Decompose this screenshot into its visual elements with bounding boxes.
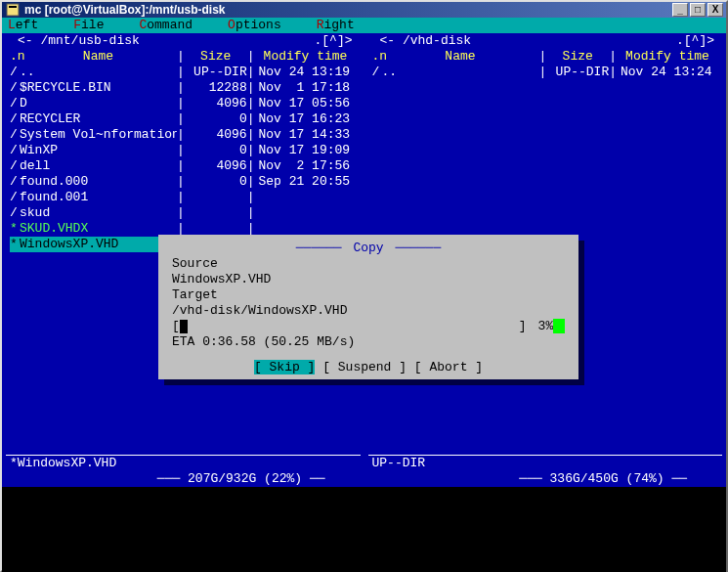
- left-panel-selector: .[^]>: [314, 33, 352, 49]
- right-panel-selector: .[^]>: [676, 33, 714, 49]
- suspend-button[interactable]: [ Suspend ]: [322, 360, 407, 374]
- file-row[interactable]: /dell|4096|Nov 2 17:56: [10, 158, 357, 174]
- dialog-source: WindowsXP.VHD: [172, 272, 565, 287]
- progress-bar: [] 3%.: [172, 319, 565, 334]
- dialog-title: ────── Copy ──────: [172, 241, 565, 256]
- left-panel-path[interactable]: <- /mnt/usb-disk: [14, 33, 144, 49]
- progress-percent: 3%: [538, 319, 554, 333]
- progress-fill: [180, 320, 188, 333]
- file-row[interactable]: /..|UP--DIR|Nov 24 13:19: [10, 65, 357, 80]
- dialog-eta: ETA 0:36.58 (50.25 MB/s): [172, 334, 565, 350]
- menu-options[interactable]: Options: [228, 18, 281, 33]
- file-row[interactable]: /RECYCLER|0|Nov 17 16:23: [10, 111, 357, 127]
- dialog-source-label: Source: [172, 256, 565, 272]
- file-row[interactable]: /D|4096|Nov 17 05:56: [10, 96, 357, 111]
- menubar: Left File Command Options Right: [2, 18, 726, 33]
- copy-dialog: ────── Copy ────── Source WindowsXP.VHD …: [158, 235, 578, 379]
- file-row[interactable]: /skud||: [10, 205, 357, 221]
- file-row[interactable]: /..|UP--DIR|Nov 24 13:24: [372, 65, 719, 80]
- left-panel-disk-usage: ─── 207G/932G (22%) ──: [2, 471, 364, 487]
- svg-rect-1: [9, 6, 17, 8]
- skip-button[interactable]: [ Skip ]: [254, 360, 315, 374]
- titlebar: mc [root@VirtualBox]:/mnt/usb-disk _ □ X: [2, 2, 726, 18]
- close-button[interactable]: X: [707, 3, 723, 17]
- left-panel-selected-file: *WindowsXP.VHD: [10, 456, 116, 471]
- file-row[interactable]: /WinXP|0|Nov 17 19:09: [10, 143, 357, 158]
- menu-right[interactable]: Right: [317, 18, 355, 33]
- terminal: Left File Command Options Right <- /mnt/…: [2, 18, 726, 572]
- minimize-button[interactable]: _: [672, 3, 688, 17]
- right-panel-path[interactable]: <- /vhd-disk: [376, 33, 476, 49]
- app-icon: [5, 2, 21, 18]
- right-panel-selected-file: UP--DIR: [372, 456, 426, 471]
- file-row[interactable]: /$RECYCLE.BIN|12288|Nov 1 17:18: [10, 80, 357, 96]
- menu-file[interactable]: File: [73, 18, 104, 33]
- file-row[interactable]: /found.001||: [10, 190, 357, 205]
- dialog-buttons: [ Skip ] [ Suspend ] [ Abort ]: [172, 360, 565, 375]
- app-window: mc [root@VirtualBox]:/mnt/usb-disk _ □ X…: [0, 0, 728, 572]
- maximize-button[interactable]: □: [690, 3, 706, 17]
- dialog-target-label: Target: [172, 287, 565, 303]
- right-panel-disk-usage: ─── 336G/450G (74%) ──: [364, 471, 727, 487]
- window-title: mc [root@VirtualBox]:/mnt/usb-disk: [24, 3, 672, 17]
- abort-button[interactable]: [ Abort ]: [414, 360, 483, 374]
- right-panel-headers: .n Name| Size| Modify time: [372, 49, 719, 65]
- dialog-target: /vhd-disk/WindowsXP.VHD: [172, 303, 565, 319]
- menu-left[interactable]: Left: [8, 18, 38, 33]
- left-panel-headers: .n Name| Size| Modify time: [10, 49, 357, 65]
- window-controls: _ □ X: [672, 3, 723, 17]
- menu-command[interactable]: Command: [139, 18, 193, 33]
- file-row[interactable]: /System Vol~nformation|4096|Nov 17 14:33: [10, 127, 357, 143]
- svg-rect-0: [7, 4, 19, 16]
- file-row[interactable]: /found.000|0|Sep 21 20:55: [10, 174, 357, 190]
